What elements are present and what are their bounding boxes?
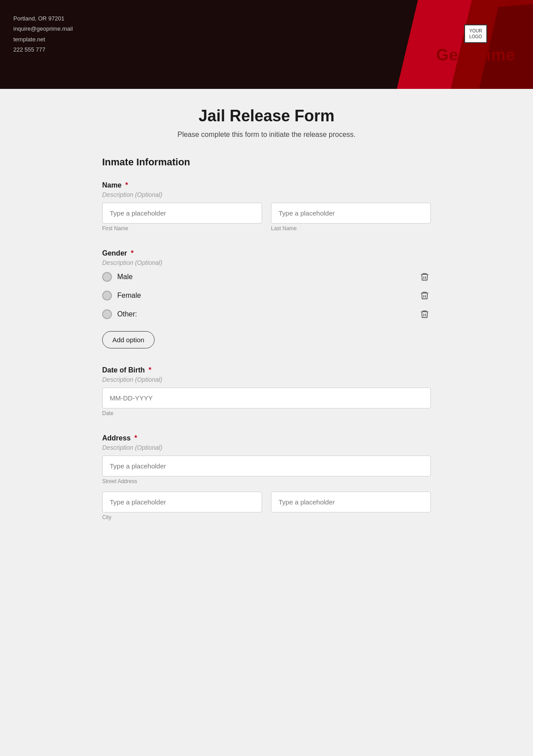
address-description: Description (Optional)	[102, 444, 431, 451]
gender-radio-male[interactable]	[102, 272, 112, 282]
gender-label-female: Female	[117, 292, 141, 300]
name-input-row: First Name Last Name	[102, 203, 431, 232]
form-title: Jail Release Form	[102, 107, 431, 125]
last-name-field: Last Name	[271, 203, 431, 232]
gender-label-other: Other:	[117, 310, 137, 318]
contact-website: template.net	[13, 34, 73, 44]
gender-description: Description (Optional)	[102, 259, 431, 266]
page-header: Portland, OR 97201 inquire@geoprime.mail…	[0, 0, 533, 89]
extra-field	[271, 492, 431, 520]
delete-other-button[interactable]	[418, 308, 431, 320]
address-row-2: City	[102, 492, 431, 520]
gender-label-male: Male	[117, 273, 133, 281]
gender-option-male: Male	[102, 271, 431, 283]
last-name-input[interactable]	[271, 203, 431, 224]
name-label: Name *	[102, 181, 431, 189]
extra-input[interactable]	[271, 492, 431, 512]
city-input[interactable]	[102, 492, 262, 512]
address-required-marker: *	[134, 434, 137, 442]
contact-city: Portland, OR 97201	[13, 13, 73, 24]
add-option-button[interactable]: Add option	[102, 331, 155, 348]
delete-male-button[interactable]	[418, 271, 431, 283]
gender-label: Gender *	[102, 249, 431, 257]
city-sublabel: City	[102, 514, 262, 520]
gender-field-group: Gender * Description (Optional) Male	[102, 249, 431, 348]
dob-input[interactable]	[102, 388, 431, 408]
address-label: Address *	[102, 434, 431, 442]
gender-radio-female[interactable]	[102, 291, 112, 300]
form-subtitle: Please complete this form to initiate th…	[102, 131, 431, 139]
gender-radio-other[interactable]	[102, 309, 112, 319]
gender-option-other: Other:	[102, 308, 431, 320]
name-description: Description (Optional)	[102, 191, 431, 198]
main-content: Jail Release Form Please complete this f…	[0, 89, 533, 756]
address-field-group: Address * Description (Optional) Street …	[102, 434, 431, 520]
form-container: Jail Release Form Please complete this f…	[84, 107, 449, 520]
dob-sublabel: Date	[102, 410, 431, 416]
first-name-field: First Name	[102, 203, 262, 232]
gender-required-marker: *	[131, 249, 133, 257]
contact-email: inquire@geoprime.mail	[13, 24, 73, 34]
company-name: GeoPrime	[436, 46, 515, 64]
dob-field-group: Date of Birth * Description (Optional) D…	[102, 366, 431, 416]
name-required-marker: *	[125, 181, 128, 189]
city-field: City	[102, 492, 262, 520]
street-sublabel: Street Address	[102, 478, 431, 484]
first-name-sublabel: First Name	[102, 225, 262, 232]
dob-description: Description (Optional)	[102, 376, 431, 383]
street-address-input[interactable]	[102, 456, 431, 476]
last-name-sublabel: Last Name	[271, 225, 431, 232]
name-field-group: Name * Description (Optional) First Name…	[102, 181, 431, 232]
contact-phone: 222 555 777	[13, 44, 73, 55]
gender-option-female: Female	[102, 289, 431, 302]
dob-required-marker: *	[148, 366, 151, 374]
header-brand: YOURLOGO GeoPrime	[436, 24, 515, 64]
dob-label: Date of Birth *	[102, 366, 431, 374]
section-heading: Inmate Information	[102, 156, 431, 168]
logo-box: YOURLOGO	[464, 24, 488, 43]
first-name-input[interactable]	[102, 203, 262, 224]
delete-female-button[interactable]	[418, 289, 431, 302]
header-contact: Portland, OR 97201 inquire@geoprime.mail…	[13, 13, 73, 55]
